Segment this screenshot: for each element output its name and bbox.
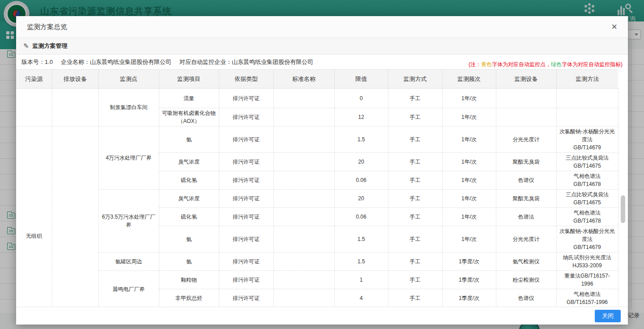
table-cell: 1季度/次 (442, 253, 496, 271)
table-cell: 臭气浓度 (159, 153, 219, 171)
table-cell: 制浆氯漂白车间 (98, 89, 159, 127)
table-cell: 0.06 (334, 171, 388, 190)
plan-table-header-row: 污染源排放设备监测点监测项目依据类型标准名称限值监测方式监测频次监测设备监测方法 (16, 70, 618, 89)
table-cell: 手工 (388, 171, 442, 190)
table-cell: 手工 (388, 190, 442, 208)
table-cell (556, 89, 618, 108)
section-title: 监测方案管理 (33, 42, 68, 50)
table-cell: 氨 (159, 253, 219, 271)
table-cell: 排污许可证 (219, 89, 273, 108)
table-cell: 1年/次 (442, 190, 496, 208)
table-cell: 三点比较式臭袋法 GB/T14675 (556, 153, 618, 171)
table-cell: 次氯酸钠-水杨酸分光光度法 GB/T14679 (556, 127, 618, 153)
table-cell: 1年/次 (442, 153, 496, 171)
table-cell: 1季度/次 (442, 289, 496, 307)
modal-titlebar: 监测方案总览 × (16, 16, 628, 38)
monitoring-plan-modal: 监测方案总览 × ✎ 监测方案管理 版本号：1.0 企业名称：山东晨鸣纸业集团股… (16, 16, 628, 325)
table-cell (273, 208, 334, 226)
table-cell: 排污许可证 (219, 153, 273, 171)
table-cell: 手工 (388, 89, 442, 108)
table-cell: 手工 (388, 208, 442, 226)
column-header: 监测方法 (556, 70, 618, 89)
table-cell: 排污许可证 (219, 289, 273, 307)
modal-title: 监测方案总览 (27, 23, 67, 31)
modal-footer: 关闭 (16, 307, 628, 325)
table-row: 无组织4万污水处理厂厂界氨排污许可证1.5手工1年/次分光光度计次氯酸钠-水杨酸… (16, 127, 618, 153)
table-cell: 20 (334, 153, 388, 171)
table-cell: 重量法GB/T16157-1996 (556, 271, 618, 289)
table-row: 氨罐区周边氨排污许可证1.5手工1季度/次氨气检测仪纳氏试剂分光光度法HJ533… (16, 253, 618, 271)
table-cell: 4万污水处理厂厂界 (98, 127, 159, 190)
plan-table: 污染源排放设备监测点监测项目依据类型标准名称限值监测方式监测频次监测设备监测方法… (16, 69, 618, 307)
table-cell: 色谱仪 (496, 171, 556, 190)
table-cell: 硫化氢 (159, 171, 219, 190)
table-cell (273, 253, 334, 271)
column-header: 依据类型 (219, 70, 273, 89)
table-cell (496, 89, 556, 108)
column-header: 标准名称 (273, 70, 334, 89)
table-cell: 12 (334, 108, 388, 127)
table-cell: 分光光度计 (496, 127, 556, 153)
table-cell: 色谱法 (496, 208, 556, 226)
table-cell: 1年/次 (442, 108, 496, 127)
table-cell: 色谱仪 (496, 289, 556, 307)
close-button[interactable]: 关闭 (595, 310, 621, 322)
company-info: 企业名称：山东晨鸣纸业集团股份有限公司 (61, 58, 171, 66)
table-cell: 手工 (388, 271, 442, 289)
table-cell: 分光光度计 (496, 226, 556, 253)
table-cell: 0.06 (334, 208, 388, 226)
table-cell: 三点比较式臭袋法 GB/T14675 (556, 190, 618, 208)
table-cell: 1.5 (334, 226, 388, 253)
table-cell: 1季度/次 (442, 271, 496, 289)
table-cell (273, 289, 334, 307)
table-scrollbar-thumb[interactable] (621, 195, 625, 223)
column-header: 监测项目 (159, 70, 219, 89)
table-cell: 次氯酸钠-水杨酸分光光度法 GB/T14679 (556, 226, 618, 253)
table-cell: 氨 (159, 226, 219, 253)
column-header: 监测频次 (442, 70, 496, 89)
table-cell (556, 108, 618, 127)
table-cell: 晨鸣电厂厂界 (98, 271, 159, 307)
table-cell: 氨 (159, 127, 219, 153)
table-cell: 流量 (159, 89, 219, 108)
table-cell (273, 89, 334, 108)
table-cell: 聚酯无臭袋 (496, 153, 556, 171)
table-cell: 粉尘检测仪 (496, 271, 556, 289)
table-cell (52, 127, 98, 307)
table-cell: 排污许可证 (219, 171, 273, 190)
column-header: 监测设备 (496, 70, 556, 89)
table-cell: 气相色谱法 GB/T16157-1996 (556, 289, 618, 307)
table-cell: 氨气检测仪 (496, 253, 556, 271)
table-cell: 氨罐区周边 (98, 253, 159, 271)
version-info: 版本号：1.0 (21, 58, 53, 66)
table-row: 制浆氯漂白车间流量排污许可证0手工1年/次 (16, 89, 618, 108)
table-cell: 6万3.5万污水处理厂厂界 (98, 190, 159, 253)
table-cell: 排污许可证 (219, 127, 273, 153)
table-row: 6万3.5万污水处理厂厂界臭气浓度排污许可证20手工1年/次聚酯无臭袋三点比较式… (16, 190, 618, 208)
column-header: 监测方式 (388, 70, 442, 89)
table-cell: 手工 (388, 108, 442, 127)
plan-table-body: 制浆氯漂白车间流量排污许可证0手工1年/次可吸附有机卤素化合物（AOX）排污许可… (16, 89, 618, 307)
table-cell (273, 271, 334, 289)
column-header: 监测点 (98, 70, 159, 89)
table-cell (273, 226, 334, 253)
table-cell: 1 (334, 271, 388, 289)
section-bar: ✎ 监测方案管理 (16, 38, 628, 55)
table-cell: 排污许可证 (219, 208, 273, 226)
table-cell (273, 171, 334, 190)
table-cell: 硫化氢 (159, 208, 219, 226)
table-cell (52, 89, 98, 127)
info-row: 版本号：1.0 企业名称：山东晨鸣纸业集团股份有限公司 对应自动监控企业：山东晨… (16, 55, 628, 69)
column-header: 排放设备 (52, 70, 98, 89)
table-cell (273, 127, 334, 153)
table-cell: 纳氏试剂分光光度法HJ533-2009 (556, 253, 618, 271)
close-icon[interactable]: × (611, 22, 617, 32)
table-cell: 1.5 (334, 127, 388, 153)
table-cell: 0 (334, 89, 388, 108)
table-cell: 排污许可证 (219, 190, 273, 208)
table-cell: 气相色谱法 GB/T14678 (556, 208, 618, 226)
pencil-icon: ✎ (23, 42, 29, 50)
table-cell: 颗粒物 (159, 271, 219, 289)
table-cell: 1年/次 (442, 208, 496, 226)
table-cell: 4 (334, 289, 388, 307)
